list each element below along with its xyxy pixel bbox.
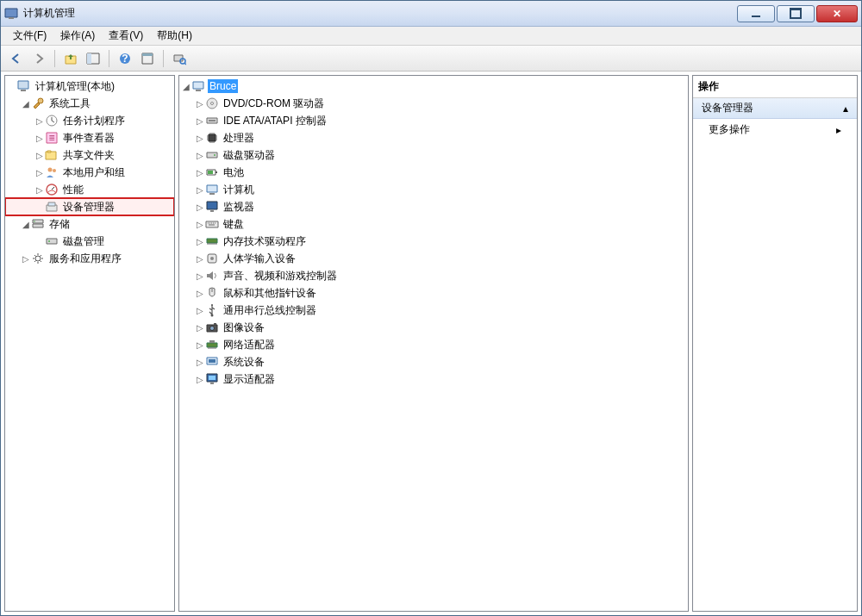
tree-label: 设备管理器 [61,199,116,215]
device-category[interactable]: ▷显示适配器 [179,370,688,388]
console-tree-pane[interactable]: 计算机管理(本地) ◢ 系统工具 ▷ 任务计划程序 ▷ ≡ 事件查看器 [4,75,175,612]
svg-point-33 [211,103,214,105]
svg-rect-18 [47,151,51,152]
keyboard-icon [205,217,219,231]
device-category[interactable]: ▷监视器 [179,198,688,215]
device-category[interactable]: ▷内存技术驱动程序 [179,233,688,250]
device-category[interactable]: ▷IDE ATA/ATAPI 控制器 [179,112,688,129]
tree-services-apps[interactable]: ▷ 服务和应用程序 [5,250,174,267]
dvd-icon [205,96,219,110]
device-category[interactable]: ▷系统设备 [179,353,688,370]
tree-label: 键盘 [222,216,246,233]
properties-button[interactable] [137,48,158,69]
tree-task-scheduler[interactable]: ▷ 任务计划程序 [5,112,174,129]
expand-icon[interactable]: ▷ [195,237,205,246]
expand-icon[interactable]: ▷ [195,254,205,264]
actions-pane: 操作 设备管理器 ▴ 更多操作 ▸ [692,75,858,612]
device-category[interactable]: ▷鼠标和其他指针设备 [179,284,688,302]
device-tree-pane[interactable]: ◢ Bruce ▷DVD/CD-ROM 驱动器 ▷IDE ATA/ATAPI 控… [178,75,689,612]
tree-label: 系统工具 [47,96,92,112]
expand-icon[interactable]: ▷ [195,375,205,384]
expand-icon[interactable]: ▷ [195,358,205,367]
expand-icon[interactable]: ▷ [195,168,205,177]
back-button[interactable] [6,48,27,69]
device-category[interactable]: ▷磁盘驱动器 [179,146,688,164]
scan-hardware-button[interactable] [169,48,190,69]
tree-performance[interactable]: ▷ 性能 [5,181,174,198]
svg-rect-43 [209,193,215,195]
expand-icon[interactable]: ▷ [195,116,205,126]
device-category[interactable]: ▷DVD/CD-ROM 驱动器 [179,95,688,112]
expand-icon[interactable]: ▷ [195,323,205,333]
svg-rect-30 [193,82,203,89]
expand-icon[interactable]: ▷ [34,151,45,160]
expand-icon[interactable]: ▷ [195,340,205,350]
svg-rect-42 [207,185,217,192]
expand-icon[interactable]: ▷ [195,185,205,195]
tree-local-users[interactable]: ▷ 本地用户和组 [5,164,174,181]
up-button[interactable] [60,48,81,69]
expand-icon[interactable]: ▷ [195,289,205,298]
expand-icon[interactable]: ▷ [34,134,45,143]
tree-label: 鼠标和其他指针设备 [222,285,318,302]
actions-more[interactable]: 更多操作 ▸ [693,119,857,140]
toolbar: ? [1,46,861,72]
tree-shared-folders[interactable]: ▷ 共享文件夹 [5,146,174,164]
expand-icon[interactable]: ▷ [34,185,45,195]
expand-icon[interactable]: ▷ [195,220,205,229]
device-category[interactable]: ▷图像设备 [179,319,688,336]
app-icon [4,7,18,21]
expand-icon[interactable]: ▷ [195,202,205,212]
actions-more-label: 更多操作 [709,122,750,137]
device-category[interactable]: ▷处理器 [179,129,688,146]
minimize-button[interactable] [737,5,775,22]
show-hide-tree-button[interactable] [83,48,103,69]
tree-system-tools[interactable]: ◢ 系统工具 [5,95,174,112]
expand-icon[interactable]: ▷ [195,271,205,281]
device-category[interactable]: ▷计算机 [179,181,688,198]
imaging-icon [205,320,219,334]
device-category[interactable]: ▷声音、视频和游戏控制器 [179,267,688,284]
device-root[interactable]: ◢ Bruce [179,78,688,95]
menu-view[interactable]: 查看(V) [102,27,150,45]
expand-icon[interactable]: ▷ [34,116,45,126]
svg-rect-58 [209,359,216,363]
collapse-arrow-icon: ▴ [843,103,848,115]
device-category[interactable]: ▷人体学输入设备 [179,250,688,267]
svg-rect-27 [47,239,57,244]
menu-file[interactable]: 文件(F) [6,27,53,45]
disk-icon [45,234,59,248]
tree-event-viewer[interactable]: ▷ ≡ 事件查看器 [5,129,174,146]
svg-rect-23 [48,202,55,206]
expand-icon[interactable]: ▷ [195,151,205,160]
device-category[interactable]: ▷电池 [179,164,688,181]
tree-root[interactable]: 计算机管理(本地) [5,78,174,95]
expand-icon[interactable]: ▷ [195,306,205,315]
sound-icon [205,269,219,283]
expand-icon[interactable]: ▷ [21,254,31,264]
tree-storage[interactable]: ◢ 存储 [5,215,174,233]
expand-icon[interactable]: ▷ [34,168,45,177]
forward-button[interactable] [28,48,49,69]
expand-icon[interactable]: ▷ [195,134,205,143]
tree-label: 通用串行总线控制器 [222,302,318,319]
maximize-button[interactable] [777,5,815,22]
menu-help[interactable]: 帮助(H) [150,27,199,45]
event-icon: ≡ [45,131,59,145]
collapse-icon[interactable]: ◢ [181,82,191,91]
tree-label: 本地用户和组 [61,165,127,181]
help-button[interactable]: ? [115,48,135,69]
collapse-icon[interactable]: ◢ [21,220,31,229]
svg-point-13 [38,98,43,103]
menu-action[interactable]: 操作(A) [53,27,102,45]
close-button[interactable] [816,5,858,22]
device-category[interactable]: ▷通用串行总线控制器 [179,302,688,319]
tree-disk-mgmt[interactable]: 磁盘管理 [5,233,174,250]
device-category[interactable]: ▷网络适配器 [179,336,688,353]
titlebar[interactable]: 计算机管理 [1,1,861,27]
device-category[interactable]: ▷键盘 [179,215,688,233]
actions-section[interactable]: 设备管理器 ▴ [693,98,857,119]
expand-icon[interactable]: ▷ [195,99,205,109]
collapse-icon[interactable]: ◢ [21,99,31,109]
tree-device-manager[interactable]: 设备管理器 [5,198,174,215]
